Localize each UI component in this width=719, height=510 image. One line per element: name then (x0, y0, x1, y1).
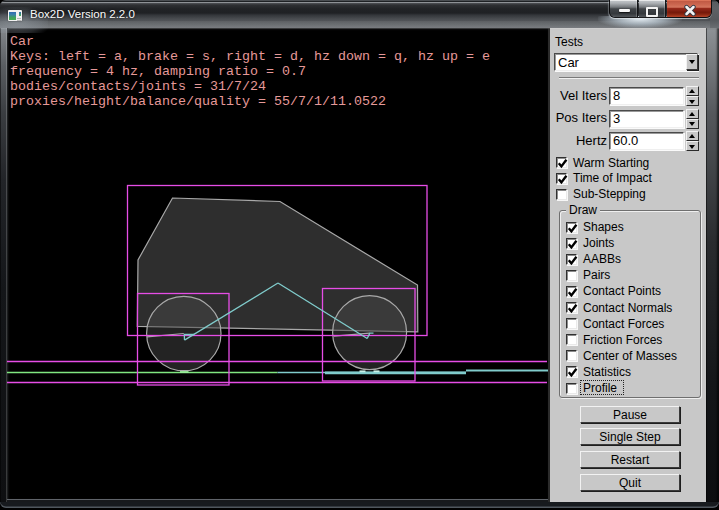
svg-text:frequency = 4 hz, damping rati: frequency = 4 hz, damping ratio = 0.7 (10, 64, 306, 79)
svg-text:Car: Car (10, 34, 34, 49)
svg-text:bodies/contacts/joints = 31/7/: bodies/contacts/joints = 31/7/24 (10, 79, 266, 94)
svg-text:Keys: left = a, brake = s, rig: Keys: left = a, brake = s, right = d, hz… (10, 49, 490, 64)
svg-text:proxies/height/balance/quality: proxies/height/balance/quality = 55/7/1/… (10, 94, 386, 109)
